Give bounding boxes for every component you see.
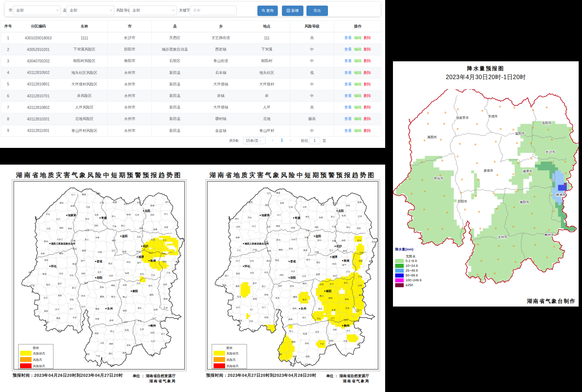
svg-text:岳阳市: 岳阳市 [542,121,552,125]
svg-text:花垣: 花垣 [357,239,361,242]
svg-text:耒阳: 耒阳 [44,310,48,312]
svg-text:张家界: 张家界 [68,214,77,217]
svg-text:醴陵: 醴陵 [100,295,104,298]
svg-text:邵阳: 邵阳 [358,260,363,262]
svg-text:华容: 华容 [252,329,256,332]
svg-text:新晃: 新晃 [123,250,127,253]
svg-text:岳阳: 岳阳 [333,328,337,331]
svg-text:辰溪: 辰溪 [289,247,293,250]
svg-text:祁阳: 祁阳 [81,272,85,275]
svg-text:君山: 君山 [110,330,114,332]
svg-text:武陵: 武陵 [264,316,269,318]
svg-text:云溪: 云溪 [135,214,139,216]
svg-text:双峰: 双峰 [150,354,155,356]
svg-text:沅江: 沅江 [56,218,61,220]
svg-text:韶山: 韶山 [109,352,113,355]
svg-text:娄底市: 娄底市 [484,169,493,172]
svg-text:宁乡: 宁乡 [96,355,100,357]
svg-text:永兴: 永兴 [137,282,141,284]
svg-text:祁东: 祁东 [264,271,269,273]
svg-text:慈利: 慈利 [123,310,127,312]
svg-text:麻阳: 麻阳 [59,252,64,255]
svg-text:益阳市: 益阳市 [515,132,525,135]
svg-text:湘西土家族苗族自治州: 湘西土家族苗族自治州 [51,242,75,245]
svg-text:汨罗: 汨罗 [358,328,362,331]
svg-text:冷水江: 冷水江 [57,238,63,240]
svg-text:衡南: 衡南 [345,298,349,301]
svg-text:双峰: 双峰 [153,228,157,230]
svg-text:南县: 南县 [85,218,90,220]
svg-text:怀化市: 怀化市 [433,176,443,180]
svg-text:涟源: 涟源 [110,364,114,367]
svg-text:临湘: 临湘 [303,333,307,335]
svg-text:会同: 会同 [162,252,166,255]
svg-text:浏阳: 浏阳 [329,340,334,342]
svg-text:洞口: 洞口 [29,271,33,274]
svg-text:会同: 会同 [250,260,254,262]
svg-text:安仁: 安仁 [70,308,74,310]
svg-text:道县: 道县 [140,273,144,275]
svg-text:桂阳: 桂阳 [123,284,127,286]
svg-text:邵阳: 邵阳 [162,260,167,263]
svg-text:安化: 安化 [138,320,142,322]
svg-text:桃源: 桃源 [113,201,117,204]
svg-text:汨罗: 汨罗 [100,342,104,344]
svg-text:武陵: 武陵 [346,204,350,207]
svg-text:宁远: 宁远 [31,284,35,286]
svg-text:泸溪: 泸溪 [180,238,184,240]
svg-text:保靖: 保靖 [112,239,116,242]
svg-text:武陵: 武陵 [137,201,141,204]
svg-text:邵阳市: 邵阳市 [458,200,467,203]
svg-text:衡阳市: 衡阳市 [520,200,529,204]
svg-text:娄底: 娄底 [97,260,103,263]
svg-text:衡阳: 衡阳 [328,297,333,299]
svg-text:宁乡: 宁乡 [332,226,336,228]
svg-text:澧县: 澧县 [138,307,142,309]
svg-text:桂东: 桂东 [43,297,48,299]
svg-text:浏阳: 浏阳 [94,224,98,227]
svg-text:澧县: 澧县 [60,202,64,204]
svg-text:永定: 永定 [73,316,77,319]
svg-text:永州: 永州 [107,307,113,310]
svg-text:郴州: 郴州 [303,282,307,285]
svg-text:新邵: 新邵 [43,273,47,275]
svg-text:鼎城: 鼎城 [289,318,293,321]
svg-text:邵阳: 邵阳 [97,276,103,279]
svg-text:保靖: 保靖 [342,239,346,242]
svg-text:凤凰: 凤凰 [267,250,271,252]
svg-text:凤凰: 凤凰 [41,252,45,255]
svg-text:石门: 石门 [81,305,85,308]
svg-text:衡东: 衡东 [302,298,307,301]
svg-text:鼎城: 鼎城 [150,204,155,207]
svg-text:安化: 安化 [248,216,252,219]
svg-text:江华: 江华 [358,275,362,278]
svg-text:平江: 平江 [252,225,256,227]
svg-text:邵东: 邵东 [250,272,254,274]
svg-text:吉首: 吉首 [151,239,155,241]
svg-text:临湘: 临湘 [342,214,346,217]
svg-text:湘乡: 湘乡 [123,351,127,354]
svg-text:辰溪: 辰溪 [73,248,77,250]
svg-text:泸溪: 泸溪 [253,249,257,251]
svg-text:常德: 常德 [101,216,107,220]
svg-text:郴州市: 郴州市 [544,233,554,237]
svg-text:桂阳: 桂阳 [319,283,324,286]
svg-text:岳阳: 岳阳 [150,331,155,334]
svg-text:岳阳: 岳阳 [144,209,150,213]
svg-text:永州: 永州 [302,275,306,277]
svg-text:益阳: 益阳 [315,234,321,238]
svg-text:桂东: 桂东 [237,295,241,298]
svg-text:沅江: 沅江 [153,317,157,320]
svg-text:临湘: 临湘 [125,329,129,331]
svg-text:武冈: 武冈 [332,263,336,265]
svg-text:湘阴: 湘阴 [59,227,64,229]
svg-text:宜章: 宜章 [100,286,104,288]
svg-text:安乡: 安乡 [164,307,168,309]
svg-text:怀化: 怀化 [360,252,364,254]
svg-text:湘潭市: 湘潭市 [522,169,532,173]
svg-text:慈利: 慈利 [96,192,101,195]
svg-text:安枫: 安枫 [72,240,76,242]
svg-text:桃源: 桃源 [321,204,325,206]
svg-text:永定: 永定 [249,320,253,323]
svg-text:通道: 通道 [72,263,77,265]
